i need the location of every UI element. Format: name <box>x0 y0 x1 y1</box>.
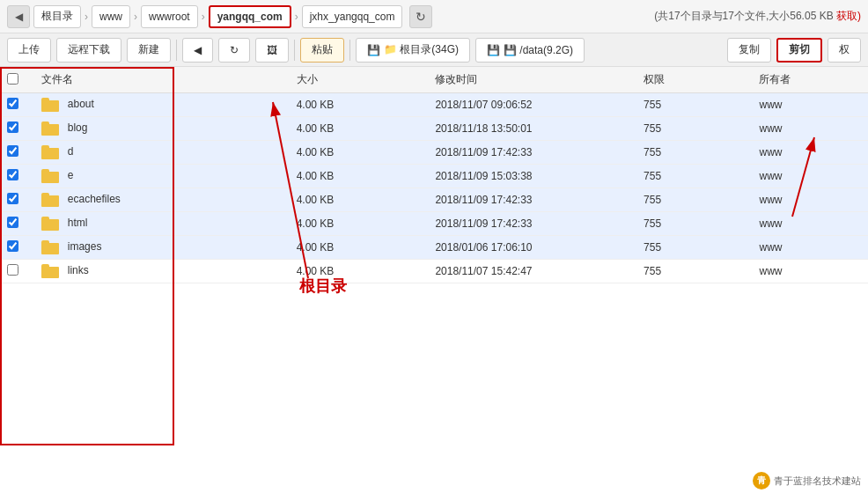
folder-icon <box>41 121 59 136</box>
toolbar-refresh-button[interactable]: ↻ <box>218 38 250 63</box>
row-filename[interactable]: d <box>68 145 74 158</box>
row-owner-cell: www <box>752 236 868 260</box>
row-filename[interactable]: links <box>68 264 89 276</box>
refresh-button[interactable]: ↻ <box>409 5 432 28</box>
row-check-cell <box>0 260 34 283</box>
paste-button[interactable]: 粘贴 <box>300 38 344 63</box>
row-size-cell: 4.00 KB <box>290 188 429 212</box>
header-perm: 权限 <box>636 67 752 93</box>
toolbar: 上传 远程下载 新建 ◀ ↻ 🖼 粘贴 💾 📁 根目录(34G) 💾 💾 /da… <box>0 33 868 67</box>
folder-icon <box>41 145 59 159</box>
row-perm-cell: 755 <box>636 260 752 283</box>
table-row: blog 4.00 KB 2018/11/18 13:50:01 755 www <box>0 117 868 141</box>
data-storage-button[interactable]: 💾 💾 /data(9.2G) <box>475 38 585 63</box>
row-check-cell <box>0 165 34 188</box>
row-perm-cell: 755 <box>636 236 752 260</box>
table-row: e 4.00 KB 2018/11/09 15:03:38 755 www <box>0 165 868 188</box>
breadcrumb-root[interactable]: 根目录 <box>33 5 81 28</box>
row-checkbox[interactable] <box>7 217 18 228</box>
row-date-cell: 2018/11/18 13:50:01 <box>428 117 636 141</box>
row-filename[interactable]: images <box>68 240 102 253</box>
folder-icon <box>41 169 59 183</box>
divider-2 <box>294 40 295 61</box>
sep-3: › <box>202 11 205 23</box>
header-check <box>0 67 34 93</box>
row-check-cell <box>0 188 34 212</box>
back-button[interactable]: ◀ <box>7 5 30 28</box>
row-filename[interactable]: blog <box>68 121 88 134</box>
fetch-link[interactable]: 获取) <box>836 10 861 22</box>
watermark-text: 青于蓝排名技术建站 <box>774 475 861 488</box>
row-name-cell: about <box>34 93 289 117</box>
row-owner-cell: www <box>752 165 868 188</box>
row-name-cell: images <box>34 236 289 260</box>
row-checkbox[interactable] <box>7 98 18 109</box>
row-perm-cell: 755 <box>636 165 752 188</box>
row-size-cell: 4.00 KB <box>290 93 429 117</box>
remote-download-button[interactable]: 远程下载 <box>56 38 121 63</box>
screenshot-icon: 🖼 <box>267 44 277 56</box>
table-row: about 4.00 KB 2018/11/07 09:06:52 755 ww… <box>0 93 868 117</box>
row-checkbox[interactable] <box>7 169 18 180</box>
upload-button[interactable]: 上传 <box>7 38 51 63</box>
breadcrumb-wwwroot[interactable]: wwwroot <box>141 5 198 28</box>
row-date-cell: 2018/11/09 15:03:38 <box>428 165 636 188</box>
new-button[interactable]: 新建 <box>127 38 171 63</box>
row-check-cell <box>0 117 34 141</box>
row-checkbox[interactable] <box>7 264 18 276</box>
row-size-cell: 4.00 KB <box>290 117 429 141</box>
row-date-cell: 2018/01/06 17:06:10 <box>428 236 636 260</box>
row-filename[interactable]: e <box>68 169 74 181</box>
table-row: links 4.00 KB 2018/11/07 15:42:47 755 ww… <box>0 260 868 283</box>
breadcrumb-yangqq[interactable]: yangqq_com <box>209 5 291 28</box>
folder-icon <box>41 217 59 231</box>
copy-button[interactable]: 复制 <box>727 38 771 63</box>
sep-4: › <box>295 11 298 23</box>
breadcrumb-bar: ◀ 根目录 › www › wwwroot › yangqq_com › jxh… <box>0 0 868 33</box>
row-name-cell: d <box>34 141 289 165</box>
row-date-cell: 2018/11/07 15:42:47 <box>428 260 636 283</box>
root-storage-button[interactable]: 💾 📁 根目录(34G) <box>356 38 470 63</box>
row-check-cell <box>0 236 34 260</box>
file-table: 文件名 大小 修改时间 权限 所有者 about 4.00 KB 2018/11… <box>0 67 868 283</box>
row-date-cell: 2018/11/09 17:42:33 <box>428 141 636 165</box>
row-owner-cell: www <box>752 212 868 236</box>
row-size-cell: 4.00 KB <box>290 165 429 188</box>
row-size-cell: 4.00 KB <box>290 212 429 236</box>
table-row: html 4.00 KB 2018/11/09 17:42:33 755 www <box>0 212 868 236</box>
folder-icon <box>41 264 59 278</box>
select-all-checkbox[interactable] <box>7 73 18 85</box>
row-checkbox[interactable] <box>7 145 18 157</box>
folder-icon <box>41 240 59 254</box>
sep-1: › <box>85 11 88 23</box>
header-owner: 所有者 <box>752 67 868 93</box>
row-name-cell: e <box>34 165 289 188</box>
file-info: (共17个目录与17个文件,大小56.05 KB 获取) <box>654 9 861 24</box>
row-date-cell: 2018/11/09 17:42:33 <box>428 188 636 212</box>
table-row: images 4.00 KB 2018/01/06 17:06:10 755 w… <box>0 236 868 260</box>
storage-icon: 💾 <box>367 44 380 56</box>
row-name-cell: html <box>34 212 289 236</box>
row-filename[interactable]: html <box>68 217 88 229</box>
row-filename[interactable]: about <box>68 98 94 110</box>
perm-button[interactable]: 权 <box>828 38 861 63</box>
cut-button[interactable]: 剪切 <box>776 38 822 63</box>
watermark: 青 青于蓝排名技术建站 <box>753 472 861 489</box>
row-owner-cell: www <box>752 188 868 212</box>
row-name-cell: blog <box>34 117 289 141</box>
breadcrumb-jxhx[interactable]: jxhx_yangqq_com <box>302 5 403 28</box>
row-perm-cell: 755 <box>636 117 752 141</box>
row-owner-cell: www <box>752 141 868 165</box>
row-perm-cell: 755 <box>636 212 752 236</box>
divider-3 <box>349 40 350 61</box>
toolbar-back-button[interactable]: ◀ <box>182 38 213 63</box>
row-check-cell <box>0 212 34 236</box>
toolbar-screenshot-button[interactable]: 🖼 <box>255 38 289 63</box>
row-checkbox[interactable] <box>7 240 18 252</box>
row-checkbox[interactable] <box>7 121 18 133</box>
row-filename[interactable]: ecachefiles <box>68 193 121 205</box>
row-check-cell <box>0 93 34 117</box>
row-size-cell: 4.00 KB <box>290 236 429 260</box>
breadcrumb-www[interactable]: www <box>92 5 130 28</box>
row-checkbox[interactable] <box>7 193 18 204</box>
